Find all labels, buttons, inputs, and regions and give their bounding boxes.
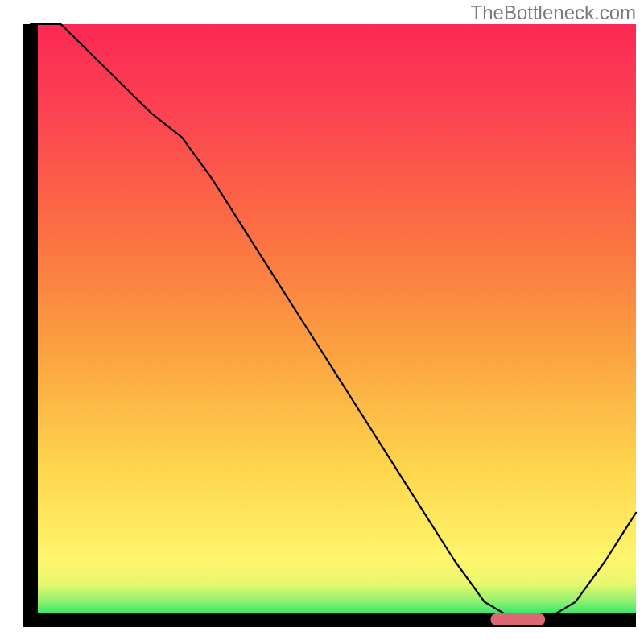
chart-container: TheBottleneck.com	[0, 0, 644, 644]
optimal-range-marker	[491, 613, 546, 625]
bottleneck-chart	[0, 0, 644, 644]
gradient-background	[31, 24, 636, 620]
